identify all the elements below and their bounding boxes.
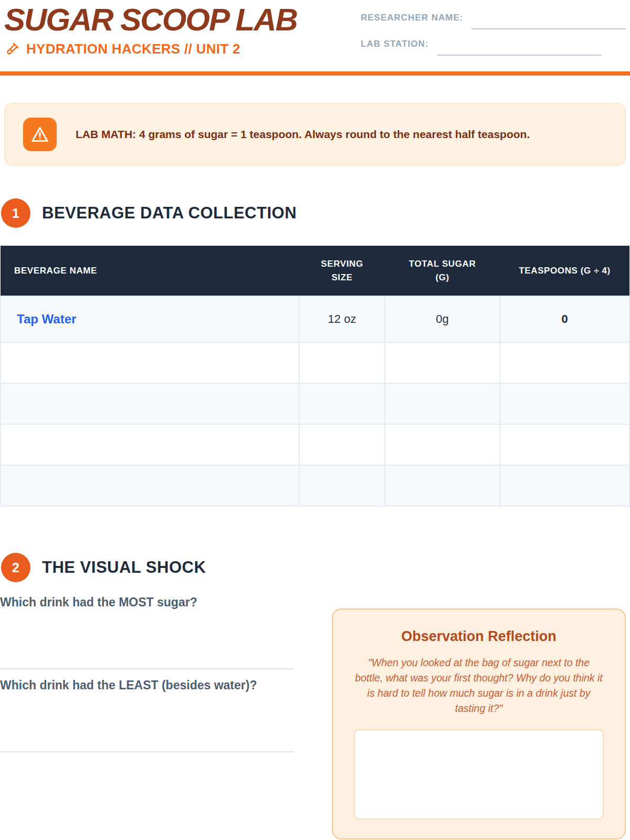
lab-station-label: LAB STATION: (361, 39, 437, 49)
page-subtitle: HYDRATION HACKERS // UNIT 2 (26, 41, 240, 57)
beverage-name-cell-input[interactable] (1, 424, 299, 465)
total-sugar-cell-input[interactable] (385, 424, 500, 465)
reflection-prompt: "When you looked at the bag of sugar nex… (354, 655, 604, 716)
serving-size-cell-input[interactable] (299, 342, 385, 383)
total-sugar-cell-input[interactable] (385, 342, 500, 383)
page-title: SUGAR SCOOP LAB (4, 4, 297, 36)
table-row: Tap Water 12 oz 0g 0 (1, 296, 629, 342)
researcher-name-input[interactable] (471, 14, 626, 29)
table-row (1, 383, 629, 424)
section-2-heading: 2 THE VISUAL SHOCK (1, 553, 626, 582)
total-sugar-cell-input[interactable] (385, 465, 500, 506)
table-row (1, 342, 629, 383)
section-1-heading: 1 BEVERAGE DATA COLLECTION (1, 198, 626, 228)
answer-least-sugar-input[interactable] (0, 694, 294, 752)
header-divider (0, 71, 630, 76)
questions-column: Which drink had the MOST sugar? Which dr… (0, 595, 294, 761)
beverage-data-table: BEVERAGE NAME SERVING SIZE TOTAL SUGAR (… (0, 246, 630, 507)
teaspoons-cell-input[interactable] (500, 465, 629, 506)
teaspoons-cell-input[interactable] (500, 342, 629, 383)
teaspoons-cell-input[interactable] (500, 383, 629, 424)
page-subtitle-row: HYDRATION HACKERS // UNIT 2 (4, 41, 297, 57)
answer-most-sugar-input[interactable] (0, 611, 294, 669)
header: SUGAR SCOOP LAB HYDRATION HACKERS // UNI… (0, 0, 630, 65)
serving-size-cell-input[interactable] (299, 424, 385, 465)
lab-math-callout: LAB MATH: 4 grams of sugar = 1 teaspoon.… (4, 103, 626, 166)
researcher-name-field: RESEARCHER NAME: (361, 13, 626, 23)
section-1-title: BEVERAGE DATA COLLECTION (42, 204, 297, 223)
test-tube-icon (4, 41, 20, 57)
observation-reflection-box: Observation Reflection "When you looked … (332, 608, 626, 839)
lab-station-field: LAB STATION: (361, 39, 626, 49)
column-header-beverage-name: BEVERAGE NAME (1, 246, 299, 296)
reflection-answer-input[interactable] (354, 729, 604, 820)
table-header-row: BEVERAGE NAME SERVING SIZE TOTAL SUGAR (… (1, 246, 629, 296)
lab-station-input[interactable] (437, 40, 602, 56)
total-sugar-cell-input[interactable] (385, 383, 500, 424)
visual-shock-section: Which drink had the MOST sugar? Which dr… (0, 595, 630, 839)
beverage-name-cell-input[interactable] (1, 342, 299, 383)
lab-math-text: LAB MATH: 4 grams of sugar = 1 teaspoon.… (76, 128, 530, 141)
serving-size-cell-input[interactable] (299, 465, 385, 506)
serving-size-cell-input[interactable] (299, 383, 385, 424)
teaspoons-cell: 0 (500, 296, 629, 342)
question-least-sugar: Which drink had the LEAST (besides water… (0, 678, 294, 694)
section-2-title: THE VISUAL SHOCK (42, 558, 206, 577)
reflection-title: Observation Reflection (354, 628, 604, 645)
section-2-number-badge: 2 (1, 553, 30, 582)
beverage-name-cell-input[interactable] (1, 383, 299, 424)
teaspoons-cell-input[interactable] (500, 424, 629, 465)
worksheet-page: SUGAR SCOOP LAB HYDRATION HACKERS // UNI… (0, 0, 630, 839)
beverage-name-cell-input[interactable] (1, 465, 299, 506)
researcher-name-label: RESEARCHER NAME: (361, 13, 471, 23)
total-sugar-cell: 0g (385, 296, 500, 342)
question-most-sugar: Which drink had the MOST sugar? (0, 595, 294, 611)
table-row (1, 465, 629, 506)
table-row (1, 424, 629, 465)
warning-triangle-icon (23, 118, 57, 151)
header-fields: RESEARCHER NAME: LAB STATION: (361, 4, 626, 65)
column-header-serving-size: SERVING SIZE (299, 246, 385, 296)
serving-size-cell: 12 oz (299, 296, 385, 342)
section-1-number-badge: 1 (1, 198, 30, 228)
column-header-teaspoons: TEASPOONS (G ÷ 4) (500, 246, 629, 296)
beverage-name-cell: Tap Water (1, 296, 299, 342)
column-header-total-sugar: TOTAL SUGAR (G) (385, 246, 500, 296)
header-left: SUGAR SCOOP LAB HYDRATION HACKERS // UNI… (4, 4, 297, 65)
